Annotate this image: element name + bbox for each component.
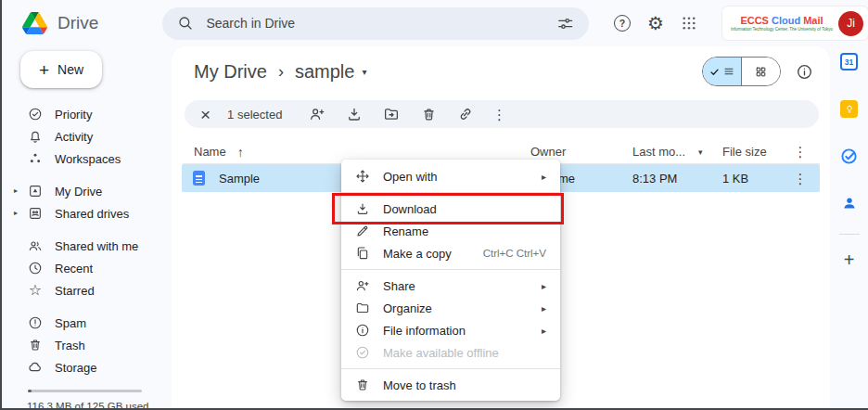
new-button[interactable]: + New [20,51,102,88]
header-owner[interactable]: Owner [530,145,632,159]
grid-view-icon [755,66,767,78]
sidebar-item-priority[interactable]: Priority [2,103,172,125]
row-more-icon[interactable]: ⋮ [793,172,808,186]
menu-divider [341,269,560,270]
expand-arrow-icon[interactable]: ▸ [14,210,18,217]
search-options-icon[interactable] [556,15,574,32]
menu-item-label: Organize [383,301,432,315]
list-view-icon [723,66,734,77]
menu-item-file-information[interactable]: File information ▸ [341,319,560,341]
selected-count: 1 selected [227,108,282,122]
header-file-size[interactable]: File size [722,145,793,159]
sidebar-item-starred[interactable]: ☆ Starred [2,279,172,301]
sidebar-item-my-drive[interactable]: ▸ My Drive [2,180,172,202]
rename-pencil-icon [355,224,370,238]
topbar-actions: ? ⚙ ECCS Cloud Mail Information Technolo… [611,6,868,40]
header-name-label: Name [194,145,226,159]
tasks-icon[interactable] [840,147,858,165]
sidebar-label: Priority [55,108,92,122]
header-modified-label: Last mo... [632,145,685,159]
sidebar-item-recent[interactable]: Recent [2,257,172,279]
details-info-icon[interactable] [793,60,815,83]
eccs-cloud-mail-badge[interactable]: ECCS Cloud Mail Information Technology C… [722,6,868,40]
sidebar-label: Activity [55,130,93,144]
sidebar-item-storage[interactable]: Storage [2,356,172,378]
copy-link-icon[interactable] [454,103,477,125]
drive-brand[interactable]: Drive [0,12,155,34]
menu-item-share[interactable]: Share ▸ [341,275,560,297]
menu-item-move-to-trash[interactable]: Move to trash [341,374,560,396]
user-avatar[interactable]: Ji [838,11,863,36]
header-name[interactable]: Name ↑ [194,145,530,160]
file-size-cell: 1 KB [722,172,793,186]
dropdown-caret-icon: ▾ [362,67,366,77]
calendar-icon[interactable]: 31 [840,53,858,70]
contacts-icon[interactable] [841,195,858,211]
keep-icon[interactable] [840,100,858,118]
menu-item-label: Open with [383,170,438,184]
sidebar-item-shared-drives[interactable]: ▸ Shared drives [2,202,172,224]
file-modified-cell: 8:13 PM [632,172,722,186]
sidebar-item-activity[interactable]: Activity [2,125,172,147]
app-title: Drive [57,13,98,33]
trash-icon[interactable] [417,103,440,125]
grid-view-button[interactable] [741,58,780,85]
people-icon [28,238,43,253]
google-apps-grid-icon[interactable] [678,12,700,34]
menu-item-open-with[interactable]: Open with ▸ [341,165,560,187]
search-input[interactable]: Search in Drive [162,7,589,40]
menu-item-rename[interactable]: Rename [341,220,560,242]
share-person-add-icon [355,278,370,293]
clear-selection-icon[interactable]: × [200,106,211,123]
sidebar-label: Spam [55,316,86,330]
google-docs-icon [193,171,205,186]
share-person-add-icon[interactable] [306,103,328,125]
trash-icon [28,338,43,352]
calendar-day: 31 [840,53,858,70]
expand-arrow-icon[interactable]: ▸ [14,187,18,195]
folder-icon [355,301,370,315]
submenu-arrow-icon: ▸ [542,172,546,182]
menu-item-make-a-copy[interactable]: Make a copy Ctrl+C Ctrl+V [341,242,560,264]
sidebar-item-spam[interactable]: Spam [2,312,172,334]
help-icon[interactable]: ? [611,12,633,34]
google-side-panel: 31 + [830,46,868,408]
sidebar: + New Priority Activity Workspaces ▸ My … [2,46,172,408]
sidebar-item-workspaces[interactable]: Workspaces [2,147,172,170]
menu-item-download[interactable]: Download [341,198,560,220]
plus-icon: + [39,61,49,79]
more-actions-icon[interactable]: ⋮ [491,108,506,122]
sidebar-item-trash[interactable]: Trash [2,334,172,356]
sidebar-label: Shared with me [55,239,138,253]
download-icon[interactable] [343,103,365,125]
menu-item-label: Share [383,279,415,293]
breadcrumb-root[interactable]: My Drive [194,61,267,83]
list-view-button[interactable] [703,58,741,85]
search-icon[interactable] [177,15,194,32]
menu-item-organize[interactable]: Organize ▸ [341,297,560,319]
move-to-folder-icon[interactable] [380,103,402,125]
clock-icon [28,261,43,275]
sidebar-item-shared-with-me[interactable]: Shared with me [2,235,172,257]
drive-logo-icon [22,12,47,34]
search-placeholder: Search in Drive [206,16,544,31]
menu-item-label: Move to trash [383,378,456,392]
new-button-label: New [57,62,83,77]
side-panel-divider [839,234,860,235]
menu-item-label: Download [383,202,437,216]
submenu-arrow-icon: ▸ [542,303,546,314]
header-more-icon[interactable]: ⋮ [793,145,808,159]
breadcrumb: My Drive › sample ▾ [172,46,830,93]
get-add-ons-plus-icon[interactable]: + [844,250,855,269]
menu-divider [341,192,560,193]
settings-gear-icon[interactable]: ⚙ [645,12,667,34]
cloud-icon [28,360,43,375]
badge-word-2: Cloud [772,15,800,27]
menu-item-label: Make a copy [383,247,452,261]
submenu-arrow-icon: ▸ [542,326,546,336]
badge-word-3: Mail [803,15,823,27]
sidebar-label: Trash [55,339,85,352]
menu-item-label: Rename [383,224,428,238]
breadcrumb-current[interactable]: sample ▾ [295,61,367,83]
header-last-modified[interactable]: Last mo... ▾ [632,145,722,159]
